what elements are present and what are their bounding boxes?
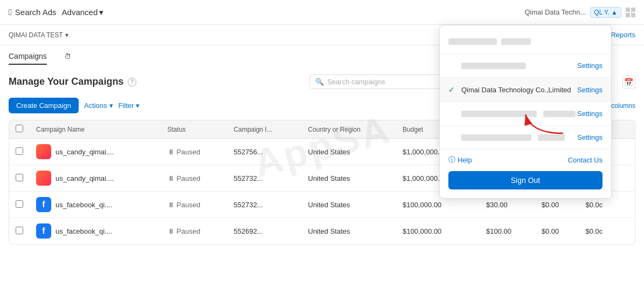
org-name: QIMAI DATA TEST [9,31,63,39]
app-icon-facebook-3: f [36,223,51,239]
col-header-campaign-id: Campaign I... [227,120,302,139]
blurred-org-name-2 [461,63,526,69]
blurred-org-row-1 [440,33,611,50]
selected-org-name: Qimai Data Technology Co.,Limited [461,86,571,94]
row-campaign-id-0: 552756... [227,139,302,165]
row-status-2: ⏸ Paused [161,192,227,218]
settings-link-2[interactable]: Settings [577,62,603,70]
chevron-down-icon: ▾ [109,101,113,110]
pause-icon-0: ⏸ [168,148,175,156]
row-checkbox-cell-0[interactable] [9,139,30,165]
help-link[interactable]: ⓘ Help [448,155,472,165]
table-row: f us_facebook_qi.... ⏸ Paused 552692... … [9,218,635,245]
calendar-icon[interactable]: 📅 [622,76,635,89]
actions-dropdown-button[interactable]: Actions ▾ [84,101,113,110]
chevron-down-icon: ▾ [136,101,140,110]
columns-link[interactable]: columns [611,102,635,110]
dropdown-selected-left: ✓ Qimai Data Technology Co.,Limited [448,85,571,94]
row-checkbox-cell-3[interactable] [9,218,30,245]
select-all-checkbox[interactable] [16,125,23,132]
top-nav-left:  Search Ads Advanced ▾ [9,5,107,19]
row-country-3: United States [302,218,397,245]
col-header-country: Country or Region [302,120,397,139]
actions-label: Actions [84,101,107,110]
search-ads-label: Search Ads [15,8,57,17]
app-icon-candy-0 [36,144,51,159]
row-campaign-name-2: f us_facebook_qi.... [30,192,161,218]
dropdown-org-item-2[interactable]: Settings [440,57,611,74]
campaign-name-cell-3: f us_facebook_qi.... [36,223,155,239]
row-status-1: ⏸ Paused [161,165,227,192]
row-checkbox-3[interactable] [16,227,23,234]
status-badge-0: ⏸ Paused [168,148,221,156]
help-label: Help [458,156,472,164]
advanced-menu-button[interactable]: Advanced ▾ [59,5,107,19]
campaign-name-text-0: us_candy_qimai.... [56,148,114,156]
pause-icon-2: ⏸ [168,201,175,209]
dropdown-section-2: Settings [440,54,611,78]
dropdown-section-1 [440,30,611,54]
tab-history-button[interactable]: ⏱ [64,48,71,65]
chevron-down-icon: ▾ [65,31,68,39]
campaign-name-text-3: us_facebook_qi.... [56,227,113,235]
org-selector[interactable]: QIMAI DATA TEST ▾ [9,31,68,39]
history-icon: ⏱ [64,52,71,60]
select-all-header[interactable] [9,120,30,139]
campaign-name-cell-0: us_candy_qimai.... [36,144,155,159]
row-col6-3: $100.00 [480,218,535,245]
row-campaign-id-2: 552732... [227,192,302,218]
contact-us-link[interactable]: Contact Us [568,156,603,164]
campaign-name-text-1: us_candy_qimai.... [56,174,114,182]
help-circle-icon: ⓘ [448,155,455,165]
campaign-name-cell-1: us_candy_qimai.... [36,171,155,186]
pause-icon-3: ⏸ [168,227,175,235]
tab-campaigns[interactable]: Campaigns [9,47,47,65]
status-badge-2: ⏸ Paused [168,201,221,209]
row-checkbox-1[interactable] [16,174,23,181]
header-right-controls: 📅 [622,76,635,89]
app-icon-candy-1 [36,171,51,186]
row-checkbox-cell-2[interactable] [9,192,30,218]
blurred-org-name-1 [448,38,497,45]
campaign-name-cell-2: f us_facebook_qi.... [36,197,155,212]
settings-link-3[interactable]: Settings [577,110,603,118]
check-icon-selected: ✓ [448,85,457,94]
help-icon[interactable]: ? [128,78,136,86]
app-icon-facebook-2: f [36,197,51,212]
row-campaign-id-3: 552692... [227,218,302,245]
campaign-name-text-2: us_facebook_qi.... [56,201,113,209]
account-abbr-button[interactable]: QL Y. ▲ [590,7,621,18]
grid-cell-1 [626,8,630,12]
advanced-label: Advanced [62,8,98,17]
row-campaign-id-1: 552732... [227,165,302,192]
create-campaign-button[interactable]: Create Campaign [9,98,79,113]
grid-cell-3 [626,13,630,17]
dropdown-section-selected: ✓ Qimai Data Technology Co.,Limited Sett… [440,78,611,102]
manage-title-area: Manage Your Campaigns ? [9,76,136,87]
filter-button[interactable]: Filter ▾ [119,101,140,110]
search-bar[interactable]: 🔍 [309,74,449,89]
filter-label: Filter [119,101,134,110]
blurred-org-sub-1 [501,38,531,45]
row-campaign-name-0: us_candy_qimai.... [30,139,161,165]
row-checkbox-2[interactable] [16,200,23,208]
row-avg-cpa-3: $0.0c [579,218,635,245]
status-badge-1: ⏸ Paused [168,174,221,182]
grid-cell-4 [631,13,635,17]
row-checkbox-cell-1[interactable] [9,165,30,192]
chevron-down-icon: ▾ [99,8,103,17]
row-country-2: United States [302,192,397,218]
row-status-0: ⏸ Paused [161,139,227,165]
row-checkbox-0[interactable] [16,147,23,155]
settings-link-4[interactable]: Settings [577,133,603,141]
dropdown-selected-org[interactable]: ✓ Qimai Data Technology Co.,Limited Sett… [440,81,611,98]
row-country-0: United States [302,139,397,165]
row-status-3: ⏸ Paused [161,218,227,245]
settings-link-selected[interactable]: Settings [577,86,603,94]
status-badge-3: ⏸ Paused [168,227,221,235]
grid-cell-2 [631,8,635,12]
search-input[interactable] [327,78,444,86]
grid-view-button[interactable] [626,8,635,17]
sign-out-button[interactable]: Sign Out [448,171,603,189]
pause-icon-1: ⏸ [168,174,175,182]
